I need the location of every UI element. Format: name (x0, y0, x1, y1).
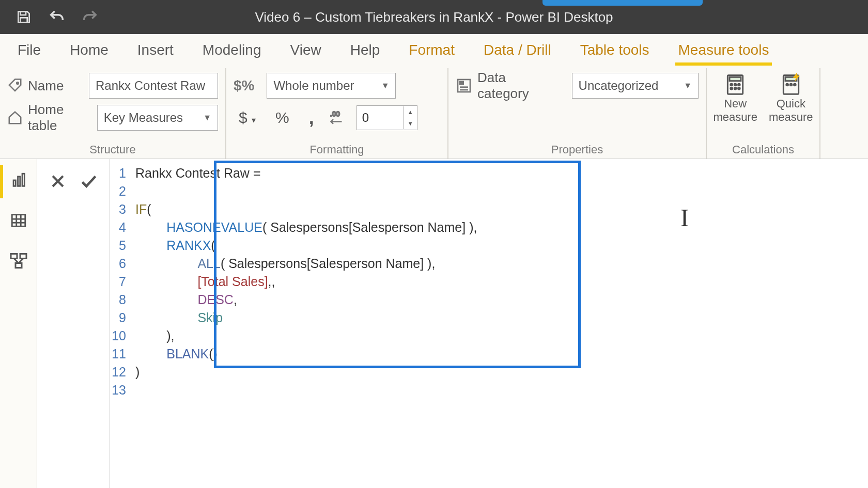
decimals-spinner[interactable]: ▲▼ (357, 105, 417, 130)
redo-icon[interactable] (81, 8, 99, 26)
group-label-formatting: Formatting (234, 143, 440, 156)
thousands-button[interactable]: , (304, 107, 319, 129)
accent-chip (542, 0, 703, 6)
tab-view[interactable]: View (287, 40, 324, 60)
tab-table-tools[interactable]: Table tools (577, 40, 653, 60)
svg-rect-30 (20, 254, 26, 259)
svg-rect-9 (730, 77, 741, 81)
chevron-down-icon: ▼ (381, 81, 390, 90)
data-category-value: Uncategorized (579, 78, 659, 93)
tab-help[interactable]: Help (347, 40, 383, 60)
data-category-select[interactable]: Uncategorized ▼ (572, 73, 699, 99)
quick-measure-label-1: Quick (777, 97, 805, 110)
svg-point-2 (17, 82, 19, 84)
new-measure-label-2: measure (713, 111, 757, 123)
svg-rect-5 (460, 82, 463, 84)
main-area: 1 2 3 4 5 6 7 8 9 10 11 12 13 Rankx Cont… (0, 159, 868, 488)
tab-home[interactable]: Home (67, 40, 112, 60)
model-view-icon[interactable] (9, 251, 28, 271)
ribbon-body: Name Home table Key Measures ▼ Structure… (0, 66, 868, 159)
format-select[interactable]: Whole number ▼ (267, 73, 396, 99)
quick-calculator-icon (780, 73, 802, 96)
tag-icon (7, 78, 23, 93)
calculator-icon (724, 73, 747, 96)
group-calculations: Newmeasure Quickmeasure Calculations (707, 68, 820, 159)
formula-area: 1 2 3 4 5 6 7 8 9 10 11 12 13 Rankx Cont… (37, 159, 868, 488)
format-value: Whole number (273, 78, 354, 93)
tab-insert[interactable]: Insert (134, 40, 177, 60)
quick-measure-button[interactable]: Quickmeasure (766, 73, 816, 124)
code-content[interactable]: Rankx Contest Raw = IF( HASONEVALUE( Sal… (129, 159, 868, 386)
text-cursor-icon: I (680, 203, 689, 232)
tab-data-drill[interactable]: Data / Drill (481, 40, 554, 60)
save-icon[interactable] (14, 8, 33, 26)
name-label: Name (28, 78, 64, 94)
svg-rect-21 (13, 180, 16, 186)
svg-rect-24 (12, 215, 25, 227)
group-properties: Data category Uncategorized ▼ Properties (448, 68, 707, 159)
ribbon-tabs: File Home Insert Modeling View Help Form… (0, 34, 868, 66)
svg-point-14 (734, 88, 736, 90)
nav-active-indicator (0, 165, 3, 198)
home-table-value: Key Measures (104, 111, 183, 125)
spinner-arrows[interactable]: ▲▼ (404, 106, 417, 129)
svg-point-18 (786, 84, 788, 86)
svg-rect-29 (11, 254, 17, 259)
home-icon (7, 110, 23, 125)
percent-button[interactable]: % (270, 109, 295, 127)
group-label-calculations: Calculations (714, 143, 812, 156)
home-table-label: Home table (28, 102, 92, 134)
new-measure-label-1: New (724, 97, 747, 110)
svg-point-13 (731, 88, 733, 90)
tab-measure-tools[interactable]: Measure tools (675, 40, 772, 60)
group-label-structure: Structure (7, 143, 218, 156)
cancel-formula-button[interactable] (46, 169, 70, 193)
tab-modeling[interactable]: Modeling (199, 40, 265, 60)
svg-point-10 (731, 84, 733, 86)
new-measure-button[interactable]: Newmeasure (710, 73, 761, 124)
tab-format[interactable]: Format (406, 40, 458, 60)
group-label-properties: Properties (456, 143, 699, 156)
chevron-down-icon: ▼ (684, 81, 692, 90)
window-title: Video 6 – Custom Tiebreakers in RankX - … (255, 9, 613, 25)
data-category-label: Data category (477, 70, 560, 102)
svg-rect-1 (20, 18, 27, 22)
svg-point-12 (738, 84, 740, 86)
svg-point-15 (738, 88, 740, 90)
format-icon: $% (234, 77, 254, 94)
svg-rect-23 (22, 174, 24, 186)
svg-point-11 (734, 84, 736, 86)
undo-icon[interactable] (48, 8, 66, 26)
quick-measure-label-2: measure (769, 111, 813, 123)
title-bar: Video 6 – Custom Tiebreakers in RankX - … (0, 0, 868, 34)
home-table-select[interactable]: Key Measures ▼ (97, 105, 218, 131)
report-view-icon[interactable] (9, 170, 28, 190)
code-editor[interactable]: 1 2 3 4 5 6 7 8 9 10 11 12 13 Rankx Cont… (110, 159, 868, 488)
decimals-input[interactable] (357, 111, 404, 125)
svg-point-19 (790, 84, 792, 86)
decimal-icon[interactable]: .00 (329, 108, 347, 127)
commit-formula-button[interactable] (77, 169, 101, 193)
currency-button[interactable]: $ ▾ (234, 109, 261, 127)
left-nav (0, 159, 37, 488)
chevron-down-icon: ▼ (203, 113, 211, 122)
group-formatting: $% Whole number ▼ $ ▾ % , .00 ▲▼ Formatt… (226, 68, 448, 159)
name-input[interactable] (89, 73, 218, 99)
svg-text:.00: .00 (330, 110, 340, 118)
svg-rect-0 (20, 11, 26, 15)
svg-rect-31 (16, 263, 22, 268)
svg-rect-22 (18, 177, 20, 186)
tab-file[interactable]: File (14, 40, 44, 60)
data-view-icon[interactable] (9, 211, 28, 230)
data-category-icon (456, 77, 472, 94)
group-structure: Name Home table Key Measures ▼ Structure (0, 68, 226, 159)
svg-point-20 (794, 84, 796, 86)
line-gutter: 1 2 3 4 5 6 7 8 9 10 11 12 13 (110, 159, 129, 399)
formula-controls (37, 159, 110, 488)
